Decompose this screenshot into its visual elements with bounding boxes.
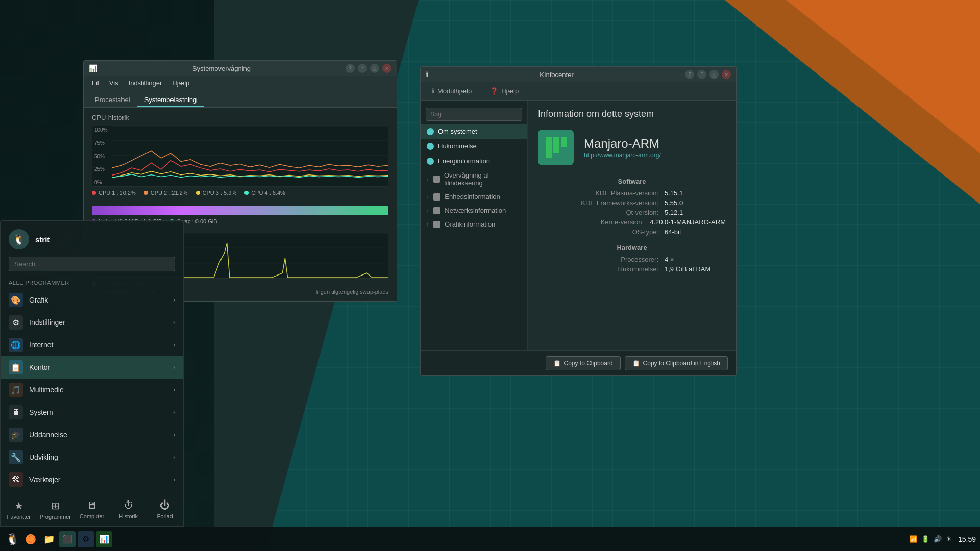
legend-cpu2: CPU 2 : 21.2% bbox=[144, 190, 188, 196]
modulhjaelp-button[interactable]: ℹ Modulhjælp bbox=[427, 85, 477, 97]
tab-procestabel[interactable]: Procestabel bbox=[88, 93, 137, 107]
modulhjaelp-label: Modulhjælp bbox=[437, 87, 472, 95]
kinfocenter-window-controls: ? ˅ △ ✕ bbox=[685, 70, 731, 79]
kinfo-minimize-button[interactable]: ˅ bbox=[697, 70, 706, 79]
bottom-nav-historik[interactable]: ⏱ Historik bbox=[110, 495, 147, 524]
kinfo-search-input[interactable] bbox=[426, 108, 522, 121]
copy-clipboard-button[interactable]: 📋 Copy to Clipboard bbox=[546, 356, 621, 370]
menu-item-label: Multimedie bbox=[29, 386, 64, 394]
hukommelse-label: Hukommelse bbox=[438, 142, 477, 150]
nav-netvaerksinformation[interactable]: › Netværksinformation bbox=[421, 204, 527, 217]
kinfocenter-title: KInfocenter bbox=[432, 71, 681, 79]
menu-item-label: Uddannelse bbox=[29, 431, 67, 439]
indstillinger-icon: ⚙ bbox=[9, 315, 23, 330]
menu-item-multimedie[interactable]: 🎵 Multimedie › bbox=[1, 379, 183, 401]
menu-item-label: Internet bbox=[29, 341, 53, 349]
memory-bar-container bbox=[92, 206, 388, 215]
copy-clipboard-english-button[interactable]: 📋 Copy to Clipboard in English bbox=[625, 356, 728, 370]
menu-item-vaerktojer[interactable]: 🛠 Værktøjer › bbox=[1, 468, 183, 491]
qt-version-label: Qt-version: bbox=[626, 209, 658, 216]
manjaro-logo bbox=[538, 130, 574, 165]
sysmon-tabs: Procestabel Systembelastning bbox=[84, 90, 397, 108]
chevron-right-icon: › bbox=[173, 319, 175, 326]
kde-frameworks-label: KDE Frameworks-version: bbox=[581, 199, 658, 207]
menu-item-label: Kontor bbox=[29, 363, 50, 371]
maximize-button[interactable]: △ bbox=[370, 64, 379, 73]
nav-enhedsinformation[interactable]: › Enhedsinformation bbox=[421, 190, 527, 204]
kde-plasma-value: 5.15.1 bbox=[665, 189, 726, 197]
chevron-right-icon: › bbox=[173, 296, 175, 304]
menu-item-internet[interactable]: 🌐 Internet › bbox=[1, 334, 183, 356]
brand-info: Manjaro-ARM http://www.manjaro-arm.org/ bbox=[584, 137, 661, 159]
hjaelp-button[interactable]: ❓ Hjælp bbox=[485, 85, 524, 97]
taskbar-terminal[interactable]: ⬛ bbox=[59, 531, 76, 547]
nav-grafikinformation[interactable]: › Grafikinformation bbox=[421, 217, 527, 231]
svg-rect-11 bbox=[561, 137, 567, 147]
system-icon: 🖥 bbox=[9, 405, 23, 419]
taskbar-firefox[interactable] bbox=[22, 531, 39, 547]
help-button[interactable]: ? bbox=[346, 64, 355, 73]
expand-arrow-icon: › bbox=[427, 177, 428, 182]
menu-item-udvikling[interactable]: 🔧 Udvikling › bbox=[1, 446, 183, 468]
menu-item-grafik[interactable]: 🎨 Grafik › bbox=[1, 289, 183, 311]
app-menu-search-container bbox=[1, 254, 183, 278]
os-type-label: OS-type: bbox=[632, 228, 658, 236]
taskbar-app-menu[interactable]: 🐧 bbox=[4, 531, 20, 547]
chevron-right-icon: › bbox=[173, 341, 175, 348]
kinfocenter-titlebar: ℹ KInfocenter ? ˅ △ ✕ bbox=[421, 67, 736, 82]
nav-overvagning[interactable]: › Overvågning af filindeksering bbox=[421, 168, 527, 190]
menu-item-indstillinger[interactable]: ⚙ Indstillinger › bbox=[1, 311, 183, 334]
minimize-button[interactable]: ˅ bbox=[358, 64, 367, 73]
kinfo-maximize-button[interactable]: △ bbox=[709, 70, 719, 79]
cpu-chart-svg bbox=[112, 126, 388, 185]
netvaerk-label: Netværksinformation bbox=[445, 207, 506, 214]
taskbar-right: 📶 🔋 🔊 ☀ 15.59 bbox=[909, 535, 976, 543]
legend-dot-cpu4 bbox=[244, 191, 249, 195]
bottom-nav-computer[interactable]: 🖥 Computer bbox=[74, 495, 110, 524]
cpu-legend: CPU 1 : 10.2% CPU 2 : 21.2% CPU 3 : 5.9%… bbox=[92, 187, 388, 196]
enhed-label: Enhedsinformation bbox=[445, 193, 500, 201]
search-input[interactable] bbox=[9, 257, 175, 271]
brand-url[interactable]: http://www.manjaro-arm.org/ bbox=[584, 152, 661, 159]
chevron-right-icon: › bbox=[173, 454, 175, 461]
memory-used-bar bbox=[92, 206, 388, 215]
taskbar-apps: 🐧 📁 ⬛ ⚙ 📊 bbox=[4, 531, 112, 547]
taskbar: 🐧 📁 ⬛ ⚙ 📊 📶 🔋 🔊 ☀ 15.59 bbox=[0, 527, 980, 551]
menu-item-uddannelse[interactable]: 🎓 Uddannelse › bbox=[1, 423, 183, 446]
taskbar-files[interactable]: 📁 bbox=[41, 531, 57, 547]
tab-systembelastning[interactable]: Systembelastning bbox=[137, 93, 204, 107]
software-section-title: Software bbox=[538, 178, 726, 185]
menu-fil[interactable]: Fil bbox=[88, 78, 103, 88]
menu-item-kontor[interactable]: 📋 Kontor › bbox=[1, 356, 183, 379]
menu-item-label: System bbox=[29, 408, 53, 416]
menu-item-system[interactable]: 🖥 System › bbox=[1, 401, 183, 423]
hukommelse-value: 1,9 GiB af RAM bbox=[665, 265, 726, 273]
vaerktojer-icon: 🛠 bbox=[9, 472, 23, 487]
menu-indstillinger[interactable]: Indstillinger bbox=[125, 78, 166, 88]
nav-hukommelse[interactable]: Hukommelse bbox=[421, 139, 527, 154]
kinfo-help-button[interactable]: ? bbox=[685, 70, 694, 79]
kinfo-close-button[interactable]: ✕ bbox=[722, 70, 731, 79]
kerne-version-row: Kerne-version: 4.20.0-1-MANJARO-ARM bbox=[538, 218, 726, 226]
taskbar-unknown[interactable]: ⚙ bbox=[78, 531, 94, 547]
energi-label: Energiinformation bbox=[438, 157, 490, 165]
bottom-nav-programmer[interactable]: ⊞ Programmer bbox=[37, 495, 74, 524]
qt-version-value: 5.12.1 bbox=[665, 209, 726, 216]
legend-dot-cpu3 bbox=[196, 191, 200, 195]
om-systemet-icon bbox=[427, 128, 434, 135]
nav-energiinformation[interactable]: Energiinformation bbox=[421, 154, 527, 168]
grafik-icon: 🎨 bbox=[9, 293, 23, 307]
bottom-nav-favoritter[interactable]: ★ Favoritter bbox=[1, 495, 37, 524]
menu-vis[interactable]: Vis bbox=[105, 78, 122, 88]
chevron-right-icon: › bbox=[173, 476, 175, 483]
enhed-icon bbox=[433, 193, 440, 201]
nav-om-systemet[interactable]: Om systemet bbox=[421, 124, 527, 139]
bottom-nav-forlad[interactable]: ⏻ Forlad bbox=[146, 495, 183, 524]
copy-clipboard-icon: 📋 bbox=[553, 360, 561, 367]
taskbar-sysmon[interactable]: 📊 bbox=[96, 531, 112, 547]
kontor-icon: 📋 bbox=[9, 360, 23, 374]
menu-hjaelp[interactable]: Hjælp bbox=[168, 78, 193, 88]
battery-icon: 🔋 bbox=[921, 535, 929, 543]
cpu-chart-title: CPU-historik bbox=[92, 114, 388, 121]
close-button[interactable]: ✕ bbox=[382, 64, 391, 73]
